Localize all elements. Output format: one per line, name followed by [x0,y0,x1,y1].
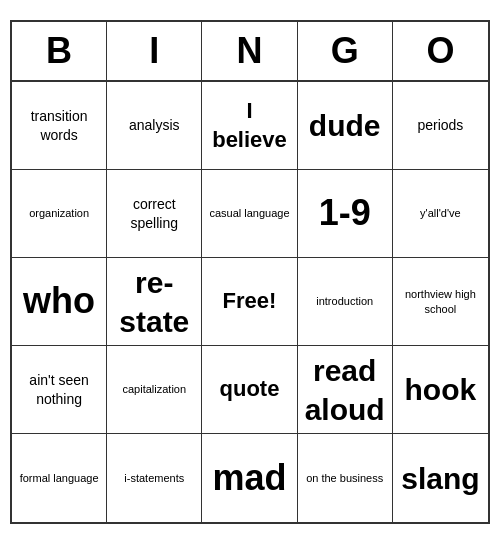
bingo-cell-19: hook [393,346,488,434]
cell-text-17: quote [220,375,280,404]
bingo-cell-6: correct spelling [107,170,202,258]
bingo-cell-4: periods [393,82,488,170]
cell-text-20: formal language [20,471,99,485]
bingo-cell-11: re-state [107,258,202,346]
cell-text-21: i-statements [124,471,184,485]
cell-text-1: analysis [129,116,180,134]
header-letter-b: B [12,22,107,80]
cell-text-16: capitalization [122,382,186,396]
cell-text-12: Free! [223,287,277,316]
cell-text-13: introduction [316,294,373,308]
bingo-cell-1: analysis [107,82,202,170]
cell-text-6: correct spelling [113,195,195,231]
cell-text-5: organization [29,206,89,220]
header-letter-i: I [107,22,202,80]
bingo-cell-10: who [12,258,107,346]
bingo-cell-7: casual language [202,170,297,258]
cell-text-9: y'all'd've [420,206,461,220]
bingo-cell-23: on the business [298,434,393,522]
header-letter-n: N [202,22,297,80]
bingo-grid: transition wordsanalysisI believedudeper… [12,82,488,522]
bingo-cell-17: quote [202,346,297,434]
bingo-cell-13: introduction [298,258,393,346]
cell-text-8: 1-9 [319,190,371,237]
header-letter-o: O [393,22,488,80]
bingo-cell-3: dude [298,82,393,170]
bingo-header: BINGO [12,22,488,82]
cell-text-22: mad [212,455,286,502]
bingo-cell-9: y'all'd've [393,170,488,258]
bingo-cell-18: read aloud [298,346,393,434]
bingo-cell-12: Free! [202,258,297,346]
bingo-cell-22: mad [202,434,297,522]
cell-text-11: re-state [113,263,195,341]
cell-text-18: read aloud [304,351,386,429]
bingo-cell-15: ain't seen nothing [12,346,107,434]
bingo-cell-2: I believe [202,82,297,170]
cell-text-0: transition words [18,107,100,143]
bingo-cell-21: i-statements [107,434,202,522]
cell-text-4: periods [417,116,463,134]
cell-text-19: hook [405,370,477,409]
bingo-cell-14: northview high school [393,258,488,346]
cell-text-23: on the business [306,471,383,485]
bingo-cell-24: slang [393,434,488,522]
cell-text-7: casual language [209,206,289,220]
cell-text-2: I believe [208,97,290,154]
bingo-cell-20: formal language [12,434,107,522]
cell-text-15: ain't seen nothing [18,371,100,407]
cell-text-24: slang [401,459,479,498]
bingo-cell-8: 1-9 [298,170,393,258]
header-letter-g: G [298,22,393,80]
bingo-cell-16: capitalization [107,346,202,434]
bingo-cell-0: transition words [12,82,107,170]
bingo-cell-5: organization [12,170,107,258]
cell-text-14: northview high school [399,287,482,316]
cell-text-3: dude [309,106,381,145]
bingo-card: BINGO transition wordsanalysisI believed… [10,20,490,524]
cell-text-10: who [23,278,95,325]
